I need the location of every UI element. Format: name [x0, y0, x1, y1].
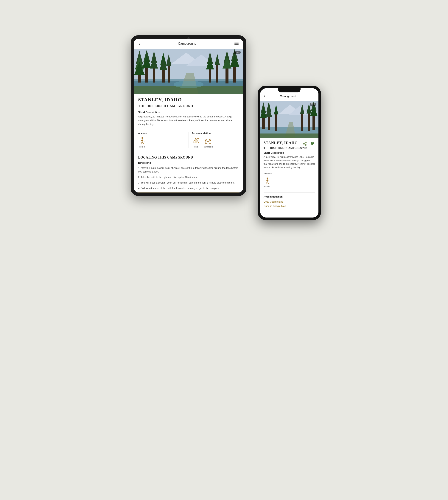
- svg-line-83: [267, 182, 268, 184]
- svg-point-34: [142, 137, 143, 139]
- phone-access-divider: [264, 190, 315, 190]
- tablet-device: ‹ Campground: [131, 35, 246, 196]
- tablet-short-desc-label: Short Description: [138, 111, 239, 114]
- hammock-icon: [204, 136, 212, 145]
- svg-point-76: [303, 143, 304, 144]
- tablet-camera: [187, 37, 190, 39]
- svg-point-33: [174, 81, 204, 88]
- tablet-hammock-item: Hammocks: [203, 136, 213, 148]
- tablet-accommodation-label: Accommodation: [192, 132, 211, 135]
- tablet-step-3: 3. You will cross a stream. Look out for…: [138, 181, 239, 185]
- phone-description: A quiet area, 20 minutes from Alice Lake…: [264, 155, 315, 169]
- phone-image-counter: 1/10: [310, 103, 316, 106]
- phone-nav-title: Campground: [280, 95, 296, 98]
- phone-campground-name: THE DISPERSED CAMPGROUND: [264, 146, 315, 149]
- phone-accommodation-label: Accommodation: [264, 195, 315, 198]
- svg-point-44: [205, 139, 207, 141]
- svg-line-78: [304, 144, 305, 145]
- phone-screen: ‹ Campground: [260, 88, 319, 218]
- svg-rect-74: [260, 133, 319, 138]
- tablet-access-icons: Hike in: [138, 136, 146, 148]
- share-icon: [303, 142, 307, 146]
- tablet-location-title: STANLEY, IDAHO: [138, 97, 239, 103]
- tablet-tent-label: Tents: [193, 146, 198, 148]
- tablet-nav-title: Campground: [178, 42, 196, 46]
- tablet-accommodation-icons: Tents: [192, 136, 213, 148]
- hamburger-line-2: [234, 44, 239, 44]
- phone-action-icons: [302, 141, 315, 146]
- tablet-image-counter: 1/10: [234, 51, 241, 54]
- svg-point-80: [267, 177, 268, 179]
- tablet-tent-item: Tents: [192, 136, 200, 148]
- tent-icon: [192, 136, 200, 145]
- svg-rect-50: [138, 192, 239, 193]
- phone-notch: [278, 88, 301, 92]
- svg-line-85: [269, 181, 269, 182]
- phone-hike-label: Hike in: [264, 185, 270, 187]
- phone-short-desc-label: Short Description: [264, 151, 315, 154]
- tablet-divider: [138, 152, 239, 152]
- svg-line-82: [266, 182, 267, 184]
- svg-line-37: [142, 142, 144, 144]
- svg-rect-68: [308, 111, 310, 131]
- tablet-access-col: Access H: [138, 132, 189, 148]
- phone-device: ‹ Campground: [257, 86, 321, 220]
- tablet-directions-label: Directions: [138, 161, 239, 164]
- phone-share-button[interactable]: [302, 141, 308, 146]
- svg-rect-70: [275, 112, 277, 131]
- tablet-step-4: 4. Follow to the end of the path for 4 m…: [138, 186, 239, 190]
- tablet-nav-bar: ‹ Campground: [134, 39, 243, 49]
- phone-location-title: STANLEY, IDAHO: [264, 141, 298, 145]
- tablet-map-preview[interactable]: [138, 192, 239, 193]
- phone-access-label: Access: [264, 172, 315, 175]
- tablet-access-label: Access: [138, 132, 147, 135]
- tablet-step-1: 1. After the main lookout point at Alice…: [138, 166, 239, 174]
- tablet-amenities-row: Access H: [138, 129, 239, 148]
- tablet-hero-image: 1/10: [134, 49, 243, 94]
- svg-line-36: [141, 142, 142, 144]
- phone-content-area[interactable]: STANLEY, IDAHO: [260, 138, 319, 218]
- svg-point-75: [305, 142, 306, 143]
- phone-hamburger-3: [311, 97, 315, 97]
- svg-point-77: [305, 144, 306, 145]
- tablet-description: A quiet area, 20 minutes from Alice Lake…: [138, 115, 239, 126]
- open-google-map-link[interactable]: Open in Google Map: [264, 205, 315, 208]
- tablet-content-area[interactable]: STANLEY, IDAHO THE DISPERSED CAMPGROUND …: [134, 94, 243, 193]
- tablet-campground-name: THE DISPERSED CAMPGROUND: [138, 104, 239, 108]
- phone-access-section: Access Hike in: [264, 172, 315, 190]
- heart-icon: [310, 142, 314, 146]
- tablet-hike-label: Hike in: [139, 146, 145, 148]
- tablet-menu-button[interactable]: [234, 43, 239, 45]
- phone-hamburger-2: [311, 96, 315, 96]
- tablet-locating-heading: LOCATING THIS CAMPGROUND: [138, 156, 239, 160]
- tablet-hike-item: Hike in: [138, 136, 146, 148]
- tablet-hammock-label: Hammocks: [203, 146, 213, 148]
- scene: ‹ Campground: [121, 26, 327, 474]
- phone-favorite-button[interactable]: [309, 141, 315, 146]
- phone-back-button[interactable]: ‹: [264, 94, 265, 98]
- svg-marker-41: [194, 138, 197, 143]
- phone-hamburger-1: [311, 95, 315, 95]
- svg-point-43: [197, 138, 199, 139]
- tablet-screen: ‹ Campground: [134, 39, 243, 193]
- phone-hero-image: 1/10: [260, 101, 319, 138]
- hiker-icon: [138, 136, 146, 145]
- phone-links-area: Copy Coordinates Open in Google Map: [264, 200, 315, 208]
- svg-rect-72: [301, 111, 303, 131]
- tablet-step-2: 2. Take the path to the right and hike u…: [138, 175, 239, 179]
- svg-line-39: [144, 141, 144, 142]
- svg-line-79: [304, 143, 305, 143]
- phone-hiker-icon: [264, 177, 271, 184]
- phone-title-row: STANLEY, IDAHO: [264, 141, 315, 146]
- copy-coordinates-link[interactable]: Copy Coordinates: [264, 200, 315, 203]
- phone-accommodation-section: Accommodation: [264, 193, 315, 198]
- tablet-back-button[interactable]: ‹: [139, 41, 140, 46]
- hamburger-line-3: [234, 44, 239, 45]
- hamburger-line-1: [234, 43, 239, 43]
- svg-point-45: [209, 139, 211, 141]
- phone-menu-button[interactable]: [311, 95, 315, 97]
- phone-hike-area: Hike in: [264, 177, 315, 187]
- tablet-accommodation-col: Accommodation Tents: [189, 132, 239, 148]
